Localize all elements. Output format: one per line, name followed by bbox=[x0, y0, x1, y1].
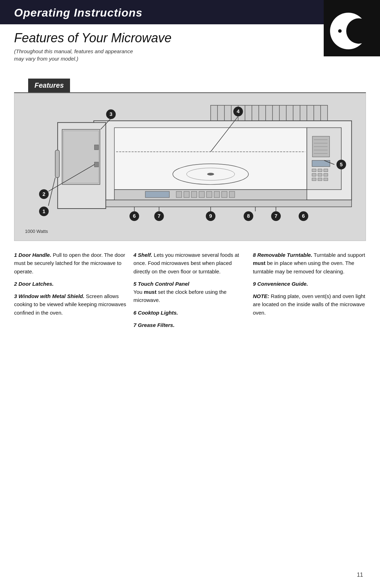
features-col-3: 8 Removable Turntable. Turntable and sup… bbox=[253, 251, 366, 333]
svg-text:4: 4 bbox=[237, 109, 240, 114]
features-col-1: 1 Door Handle. Pull to open the door. Th… bbox=[14, 251, 133, 333]
logo-area bbox=[324, 0, 380, 56]
svg-rect-5 bbox=[211, 105, 328, 121]
header-bar: Operating Instructions bbox=[0, 0, 380, 24]
feature-item-1: 1 Door Handle. Pull to open the door. Th… bbox=[14, 251, 127, 276]
feature-item-9: 9 Convenience Guide. bbox=[253, 280, 366, 288]
svg-text:8: 8 bbox=[247, 213, 250, 219]
svg-rect-57 bbox=[62, 129, 100, 184]
feature-note: NOTE: Rating plate, oven vent(s) and ove… bbox=[253, 292, 366, 317]
svg-line-62 bbox=[48, 178, 55, 206]
svg-text:1: 1 bbox=[43, 209, 45, 214]
subtitle-area: Features of Your Microwave (Throughout t… bbox=[0, 24, 380, 65]
svg-rect-55 bbox=[94, 200, 352, 207]
feature-item-2: 2 Door Latches. bbox=[14, 280, 127, 288]
svg-text:9: 9 bbox=[209, 213, 212, 219]
feature-item-8: 8 Removable Turntable. Turntable and sup… bbox=[253, 251, 366, 276]
svg-rect-50 bbox=[199, 191, 204, 198]
svg-rect-49 bbox=[191, 191, 197, 198]
svg-point-27 bbox=[207, 173, 214, 175]
features-section: Features bbox=[14, 72, 366, 93]
svg-text:5: 5 bbox=[340, 162, 343, 167]
svg-rect-37 bbox=[318, 169, 322, 172]
feature-item-6: 6 Cooktop Lights. bbox=[133, 309, 246, 317]
svg-rect-47 bbox=[176, 191, 182, 198]
svg-rect-46 bbox=[145, 191, 169, 198]
diagram-svg-wrap: 1 2 3 4 5 6 7 9 8 7 bbox=[25, 100, 355, 227]
svg-rect-53 bbox=[222, 191, 227, 198]
features-heading: Features of Your Microwave bbox=[14, 31, 366, 45]
svg-rect-61 bbox=[94, 162, 99, 167]
svg-rect-35 bbox=[312, 160, 330, 167]
feature-item-5: 5 Touch Control Panel You must set the c… bbox=[133, 280, 246, 304]
svg-rect-48 bbox=[184, 191, 189, 198]
svg-rect-43 bbox=[318, 178, 322, 181]
diagram-container: 1 2 3 4 5 6 7 9 8 7 bbox=[14, 93, 366, 241]
feature-item-4: 4 Shelf. Lets you microwave several food… bbox=[133, 251, 246, 276]
svg-point-2 bbox=[346, 18, 372, 44]
svg-text:6: 6 bbox=[302, 213, 305, 219]
svg-rect-44 bbox=[324, 178, 328, 181]
svg-text:3: 3 bbox=[109, 111, 112, 117]
svg-text:2: 2 bbox=[43, 191, 45, 197]
logo-svg bbox=[327, 4, 376, 53]
svg-rect-54 bbox=[229, 191, 235, 198]
svg-rect-42 bbox=[312, 178, 316, 181]
svg-rect-41 bbox=[324, 173, 328, 176]
watts-label: 1000 Watts bbox=[25, 229, 355, 234]
svg-rect-60 bbox=[94, 145, 99, 150]
page-number: 11 bbox=[357, 572, 363, 578]
microwave-diagram: 1 2 3 4 5 6 7 9 8 7 bbox=[25, 100, 355, 227]
features-text-section: 1 Door Handle. Pull to open the door. Th… bbox=[14, 251, 366, 333]
svg-rect-36 bbox=[312, 169, 316, 172]
svg-rect-59 bbox=[55, 150, 59, 178]
feature-item-3: 3 Window with Metal Shield. Screen allow… bbox=[14, 292, 127, 317]
features-label-bar: Features bbox=[28, 79, 70, 92]
svg-rect-52 bbox=[214, 191, 220, 198]
svg-rect-39 bbox=[312, 173, 316, 176]
features-label: Features bbox=[34, 81, 64, 89]
svg-text:7: 7 bbox=[274, 213, 277, 219]
svg-rect-40 bbox=[318, 173, 322, 176]
subtitle-note: (Throughout this manual, features and ap… bbox=[14, 48, 366, 62]
svg-point-4 bbox=[338, 29, 342, 33]
feature-item-7: 7 Grease Filters. bbox=[133, 321, 246, 329]
page-title: Operating Instructions bbox=[14, 6, 366, 19]
svg-rect-51 bbox=[207, 191, 212, 198]
svg-text:7: 7 bbox=[158, 213, 160, 219]
svg-text:6: 6 bbox=[133, 213, 136, 219]
features-col-2: 4 Shelf. Lets you microwave several food… bbox=[133, 251, 253, 333]
svg-rect-38 bbox=[324, 169, 328, 172]
